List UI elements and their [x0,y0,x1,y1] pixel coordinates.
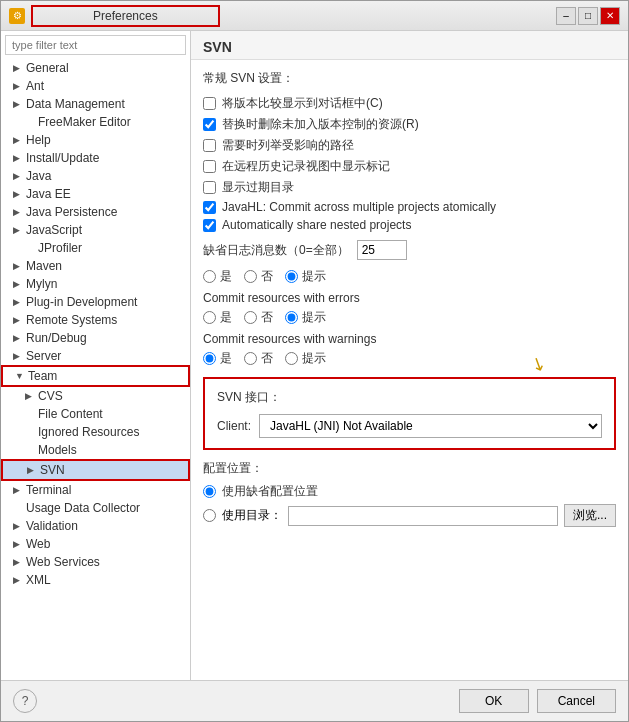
radio-input-rg1-0[interactable] [203,270,216,283]
radio-input-rg2-0[interactable] [203,311,216,324]
sidebar-item-label: Usage Data Collector [26,501,140,515]
sidebar-item-web-services[interactable]: ▶Web Services [1,553,190,571]
sidebar-item-server[interactable]: ▶Server [1,347,190,365]
sidebar-item-cvs[interactable]: ▶CVS [1,387,190,405]
tree-arrow-icon: ▶ [13,153,23,163]
checkbox-cb6[interactable] [203,201,216,214]
svn-interface-wrapper: ↘ SVN 接口： Client: JavaHL (JNI) Not Avail… [203,377,616,450]
maximize-button[interactable]: □ [578,7,598,25]
sidebar-item-label: Help [26,133,51,147]
radio-option-rg3-1: 否 [244,350,273,367]
sidebar-item-general[interactable]: ▶General [1,59,190,77]
sidebar-item-maven[interactable]: ▶Maven [1,257,190,275]
config-dir-row: 使用目录： 浏览... [203,504,616,527]
radio-group-rg2: Commit resources with errors是否提示 [203,291,616,326]
sidebar-item-label: Java [26,169,51,183]
config-default-radio[interactable] [203,485,216,498]
config-dir-radio[interactable] [203,509,216,522]
sidebar-item-java-ee[interactable]: ▶Java EE [1,185,190,203]
tree-arrow-icon: ▶ [13,279,23,289]
checkbox-label-cb7: Automatically share nested projects [222,218,411,232]
sidebar-item-install-update[interactable]: ▶Install/Update [1,149,190,167]
radio-input-rg2-1[interactable] [244,311,257,324]
sidebar-item-mylyn[interactable]: ▶Mylyn [1,275,190,293]
sidebar-item-label: CVS [38,389,63,403]
sidebar-item-svn[interactable]: ▶SVN [1,459,190,481]
close-button[interactable]: ✕ [600,7,620,25]
sidebar-item-label: Java EE [26,187,71,201]
tree-arrow-icon: ▶ [13,575,23,585]
radio-option-rg1-0: 是 [203,268,232,285]
sidebar-item-models[interactable]: Models [1,441,190,459]
radio-input-rg3-0[interactable] [203,352,216,365]
tree-arrow-icon: ▶ [13,557,23,567]
sidebar-item-run-debug[interactable]: ▶Run/Debug [1,329,190,347]
sidebar-item-xml[interactable]: ▶XML [1,571,190,589]
checkbox-cb4[interactable] [203,160,216,173]
browse-button[interactable]: 浏览... [564,504,616,527]
title-bar-left: ⚙ Preferences [9,5,220,27]
checkbox-cb7[interactable] [203,219,216,232]
radio-label-rg1-1: 否 [261,268,273,285]
sidebar-item-java[interactable]: ▶Java [1,167,190,185]
config-dir-input[interactable] [288,506,558,526]
radio-option-rg1-2: 提示 [285,268,326,285]
checkbox-cb2[interactable] [203,118,216,131]
sidebar-item-terminal[interactable]: ▶Terminal [1,481,190,499]
sidebar-item-label: Validation [26,519,78,533]
main-panel: SVN 常规 SVN 设置： 将版本比较显示到对话框中(C)替换时删除未加入版本… [191,31,628,680]
radio-option-rg3-2: 提示 [285,350,326,367]
radio-input-rg1-2[interactable] [285,270,298,283]
checkbox-cb1[interactable] [203,97,216,110]
radio-group-label-rg2: Commit resources with errors [203,291,616,305]
checkbox-cb5[interactable] [203,181,216,194]
sidebar-item-label: JProfiler [38,241,82,255]
config-default-label: 使用缺省配置位置 [222,483,318,500]
client-select[interactable]: JavaHL (JNI) Not AvailableSVNKit [259,414,602,438]
sidebar-item-plug-in-development[interactable]: ▶Plug-in Development [1,293,190,311]
sidebar-item-label: Java Persistence [26,205,117,219]
client-label: Client: [217,419,251,433]
radio-input-rg1-1[interactable] [244,270,257,283]
sidebar-item-label: General [26,61,69,75]
radio-option-rg2-0: 是 [203,309,232,326]
sidebar-item-remote-systems[interactable]: ▶Remote Systems [1,311,190,329]
sidebar-item-validation[interactable]: ▶Validation [1,517,190,535]
radio-input-rg3-2[interactable] [285,352,298,365]
ok-button[interactable]: OK [459,689,529,713]
checkbox-row-cb2: 替换时删除未加入版本控制的资源(R) [203,116,616,133]
checkbox-label-cb3: 需要时列举受影响的路径 [222,137,354,154]
sidebar-item-usage-data-collector[interactable]: Usage Data Collector [1,499,190,517]
sidebar-item-team[interactable]: ▼Team [1,365,190,387]
tree-arrow-icon: ▶ [13,63,23,73]
checkbox-cb3[interactable] [203,139,216,152]
sidebar-item-ignored-resources[interactable]: Ignored Resources [1,423,190,441]
minimize-button[interactable]: – [556,7,576,25]
sidebar-item-jprofiler[interactable]: JProfiler [1,239,190,257]
sidebar-item-freemarker-editor[interactable]: FreeMaker Editor [1,113,190,131]
title-bar: ⚙ Preferences – □ ✕ [1,1,628,31]
tree-arrow-icon: ▶ [13,261,23,271]
sidebar-item-label: FreeMaker Editor [38,115,131,129]
radio-input-rg2-2[interactable] [285,311,298,324]
help-button[interactable]: ? [13,689,37,713]
radio-row-rg2: 是否提示 [203,309,616,326]
content-area: ▶General▶Ant▶Data ManagementFreeMaker Ed… [1,31,628,680]
sidebar-item-ant[interactable]: ▶Ant [1,77,190,95]
log-count-input[interactable] [357,240,407,260]
radio-row-rg1: 是否提示 [203,268,616,285]
sidebar-item-help[interactable]: ▶Help [1,131,190,149]
sidebar-item-web[interactable]: ▶Web [1,535,190,553]
checkbox-row-cb7: Automatically share nested projects [203,218,616,232]
main-title: SVN [203,39,616,55]
radio-label-rg2-2: 提示 [302,309,326,326]
sidebar-item-label: Mylyn [26,277,57,291]
filter-input[interactable] [5,35,186,55]
radio-input-rg3-1[interactable] [244,352,257,365]
tree-arrow-icon: ▶ [13,207,23,217]
cancel-button[interactable]: Cancel [537,689,616,713]
sidebar-item-javascript[interactable]: ▶JavaScript [1,221,190,239]
sidebar-item-file-content[interactable]: File Content [1,405,190,423]
sidebar-item-java-persistence[interactable]: ▶Java Persistence [1,203,190,221]
sidebar-item-data-management[interactable]: ▶Data Management [1,95,190,113]
